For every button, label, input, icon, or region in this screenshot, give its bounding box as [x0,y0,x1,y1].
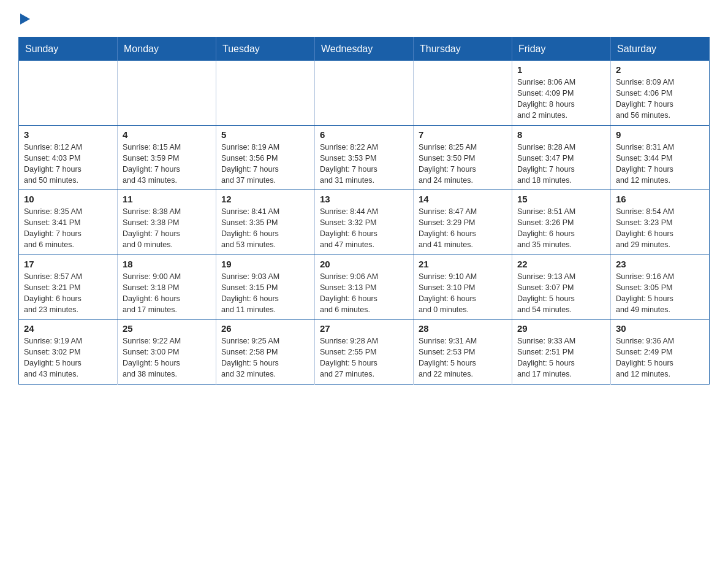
day-info: Sunrise: 8:41 AM Sunset: 3:35 PM Dayligh… [221,206,309,251]
day-info: Sunrise: 9:36 AM Sunset: 2:49 PM Dayligh… [616,335,704,380]
weekday-header-thursday: Thursday [414,37,512,61]
day-number: 22 [517,259,605,269]
day-number: 21 [419,259,507,269]
day-number: 12 [221,194,309,204]
day-number: 18 [123,259,211,269]
day-info: Sunrise: 8:54 AM Sunset: 3:23 PM Dayligh… [616,206,704,251]
weekday-header-sunday: Sunday [19,37,118,61]
day-info: Sunrise: 8:51 AM Sunset: 3:26 PM Dayligh… [517,206,605,251]
calendar-cell: 1Sunrise: 8:06 AM Sunset: 4:09 PM Daylig… [512,61,611,125]
calendar-cell: 30Sunrise: 9:36 AM Sunset: 2:49 PM Dayli… [611,320,710,385]
day-info: Sunrise: 9:10 AM Sunset: 3:10 PM Dayligh… [419,271,507,316]
day-info: Sunrise: 9:13 AM Sunset: 3:07 PM Dayligh… [517,271,605,316]
calendar-cell: 15Sunrise: 8:51 AM Sunset: 3:26 PM Dayli… [512,190,611,255]
calendar-cell: 7Sunrise: 8:25 AM Sunset: 3:50 PM Daylig… [414,125,512,190]
day-number: 15 [517,194,605,204]
weekday-header-friday: Friday [512,37,611,61]
day-number: 30 [616,323,704,334]
calendar-cell: 19Sunrise: 9:03 AM Sunset: 3:15 PM Dayli… [216,255,315,320]
day-number: 10 [24,194,112,204]
calendar-cell: 13Sunrise: 8:44 AM Sunset: 3:32 PM Dayli… [315,190,414,255]
day-info: Sunrise: 9:25 AM Sunset: 2:58 PM Dayligh… [221,335,309,380]
calendar-cell: 14Sunrise: 8:47 AM Sunset: 3:29 PM Dayli… [414,190,512,255]
day-number: 4 [123,129,211,140]
day-number: 2 [616,64,704,75]
weekday-header-saturday: Saturday [611,37,710,61]
day-info: Sunrise: 8:06 AM Sunset: 4:09 PM Dayligh… [517,77,605,121]
day-number: 29 [517,323,605,334]
day-info: Sunrise: 8:57 AM Sunset: 3:21 PM Dayligh… [24,271,112,316]
calendar-week-row: 10Sunrise: 8:35 AM Sunset: 3:41 PM Dayli… [19,190,710,255]
calendar-cell: 12Sunrise: 8:41 AM Sunset: 3:35 PM Dayli… [216,190,315,255]
logo [18,12,32,27]
day-info: Sunrise: 9:00 AM Sunset: 3:18 PM Dayligh… [123,271,211,316]
day-info: Sunrise: 9:28 AM Sunset: 2:55 PM Dayligh… [320,335,408,380]
calendar-cell: 25Sunrise: 9:22 AM Sunset: 3:00 PM Dayli… [118,320,216,385]
calendar-cell: 8Sunrise: 8:28 AM Sunset: 3:47 PM Daylig… [512,125,611,190]
day-number: 3 [24,129,112,140]
day-info: Sunrise: 9:06 AM Sunset: 3:13 PM Dayligh… [320,271,408,316]
weekday-header-monday: Monday [118,37,216,61]
day-number: 13 [320,194,408,204]
calendar-week-row: 17Sunrise: 8:57 AM Sunset: 3:21 PM Dayli… [19,255,710,320]
day-number: 26 [221,323,309,334]
svg-marker-0 [20,13,30,25]
weekday-header-row: SundayMondayTuesdayWednesdayThursdayFrid… [19,37,710,61]
calendar-cell: 23Sunrise: 9:16 AM Sunset: 3:05 PM Dayli… [611,255,710,320]
calendar-week-row: 3Sunrise: 8:12 AM Sunset: 4:03 PM Daylig… [19,125,710,190]
calendar-cell: 21Sunrise: 9:10 AM Sunset: 3:10 PM Dayli… [414,255,512,320]
day-info: Sunrise: 8:22 AM Sunset: 3:53 PM Dayligh… [320,142,408,186]
calendar-cell: 26Sunrise: 9:25 AM Sunset: 2:58 PM Dayli… [216,320,315,385]
day-number: 1 [517,64,605,75]
calendar-table: SundayMondayTuesdayWednesdayThursdayFrid… [18,37,710,385]
page-header [18,12,710,27]
calendar-cell: 24Sunrise: 9:19 AM Sunset: 3:02 PM Dayli… [19,320,118,385]
day-number: 27 [320,323,408,334]
calendar-cell: 6Sunrise: 8:22 AM Sunset: 3:53 PM Daylig… [315,125,414,190]
day-number: 7 [419,129,507,140]
calendar-cell: 4Sunrise: 8:15 AM Sunset: 3:59 PM Daylig… [118,125,216,190]
day-number: 6 [320,129,408,140]
calendar-cell: 17Sunrise: 8:57 AM Sunset: 3:21 PM Dayli… [19,255,118,320]
day-info: Sunrise: 9:03 AM Sunset: 3:15 PM Dayligh… [221,271,309,316]
day-info: Sunrise: 9:22 AM Sunset: 3:00 PM Dayligh… [123,335,211,380]
calendar-cell: 28Sunrise: 9:31 AM Sunset: 2:53 PM Dayli… [414,320,512,385]
day-info: Sunrise: 8:44 AM Sunset: 3:32 PM Dayligh… [320,206,408,251]
day-number: 5 [221,129,309,140]
calendar-cell: 11Sunrise: 8:38 AM Sunset: 3:38 PM Dayli… [118,190,216,255]
calendar-cell: 16Sunrise: 8:54 AM Sunset: 3:23 PM Dayli… [611,190,710,255]
day-info: Sunrise: 8:19 AM Sunset: 3:56 PM Dayligh… [221,142,309,186]
day-number: 9 [616,129,704,140]
weekday-header-wednesday: Wednesday [315,37,414,61]
calendar-cell [414,61,512,125]
day-info: Sunrise: 8:35 AM Sunset: 3:41 PM Dayligh… [24,206,112,251]
day-number: 24 [24,323,112,334]
day-info: Sunrise: 9:31 AM Sunset: 2:53 PM Dayligh… [419,335,507,380]
calendar-cell: 10Sunrise: 8:35 AM Sunset: 3:41 PM Dayli… [19,190,118,255]
calendar-cell: 20Sunrise: 9:06 AM Sunset: 3:13 PM Dayli… [315,255,414,320]
calendar-cell: 22Sunrise: 9:13 AM Sunset: 3:07 PM Dayli… [512,255,611,320]
day-info: Sunrise: 8:38 AM Sunset: 3:38 PM Dayligh… [123,206,211,251]
calendar-cell [118,61,216,125]
weekday-header-tuesday: Tuesday [216,37,315,61]
day-info: Sunrise: 8:12 AM Sunset: 4:03 PM Dayligh… [24,142,112,186]
calendar-cell: 3Sunrise: 8:12 AM Sunset: 4:03 PM Daylig… [19,125,118,190]
calendar-cell [315,61,414,125]
day-number: 16 [616,194,704,204]
day-info: Sunrise: 9:19 AM Sunset: 3:02 PM Dayligh… [24,335,112,380]
day-info: Sunrise: 8:15 AM Sunset: 3:59 PM Dayligh… [123,142,211,186]
calendar-cell: 5Sunrise: 8:19 AM Sunset: 3:56 PM Daylig… [216,125,315,190]
calendar-cell: 9Sunrise: 8:31 AM Sunset: 3:44 PM Daylig… [611,125,710,190]
day-info: Sunrise: 9:16 AM Sunset: 3:05 PM Dayligh… [616,271,704,316]
day-number: 14 [419,194,507,204]
day-number: 17 [24,259,112,269]
day-info: Sunrise: 8:47 AM Sunset: 3:29 PM Dayligh… [419,206,507,251]
day-info: Sunrise: 8:25 AM Sunset: 3:50 PM Dayligh… [419,142,507,186]
day-info: Sunrise: 9:33 AM Sunset: 2:51 PM Dayligh… [517,335,605,380]
logo-flag-icon [19,12,32,26]
calendar-cell: 18Sunrise: 9:00 AM Sunset: 3:18 PM Dayli… [118,255,216,320]
calendar-week-row: 1Sunrise: 8:06 AM Sunset: 4:09 PM Daylig… [19,61,710,125]
day-number: 11 [123,194,211,204]
calendar-week-row: 24Sunrise: 9:19 AM Sunset: 3:02 PM Dayli… [19,320,710,385]
day-info: Sunrise: 8:28 AM Sunset: 3:47 PM Dayligh… [517,142,605,186]
